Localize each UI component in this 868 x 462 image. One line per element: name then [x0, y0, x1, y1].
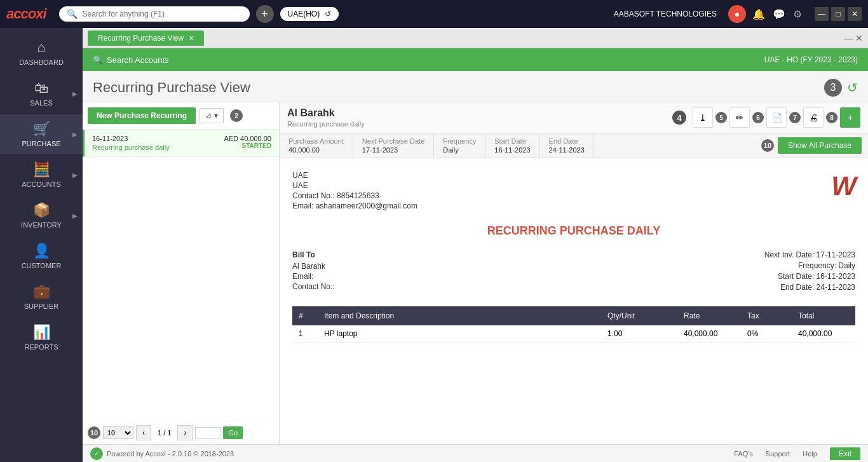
- sales-arrow: ▶: [72, 90, 78, 97]
- footer-logo: ✓ Powered by Accoxi - 2.0.10 © 2018-2023: [90, 447, 234, 460]
- list-item-name: Recurring purchase daily: [92, 144, 170, 151]
- show-all-purchase-button[interactable]: Show All Purchase: [778, 137, 862, 154]
- list-item[interactable]: 16-11-2023 AED 40,000.00 Recurring purch…: [83, 130, 279, 157]
- logo-text: accoxi: [6, 6, 46, 22]
- tab-label: Recurring Purchase View: [98, 34, 184, 43]
- add-button[interactable]: +: [256, 5, 274, 23]
- bill-to: Bill To Al Barahk Email: Contact No.:: [292, 250, 335, 294]
- col-total: Total: [792, 311, 855, 320]
- table-row: 1 HP laptop 1.00 40,000.00 0% 40,000.00: [292, 325, 855, 343]
- sidebar-item-reports[interactable]: 📊 REPORTS: [0, 318, 83, 357]
- tab-minimize-button[interactable]: —: [844, 33, 853, 43]
- action-badge-4: 4: [672, 111, 686, 125]
- prev-page-button[interactable]: ‹: [136, 425, 151, 440]
- avatar: ●: [728, 5, 746, 23]
- new-purchase-recurring-button[interactable]: New Purchase Recurring: [88, 107, 196, 124]
- page-info: 1 / 1: [154, 429, 175, 437]
- purchase-icon: 🛒: [33, 121, 50, 137]
- chat-icon[interactable]: 💬: [773, 8, 785, 20]
- badge-6: 6: [752, 112, 764, 123]
- col-item: Item and Description: [318, 311, 601, 320]
- sidebar-item-accounts[interactable]: 🧮 ACCOUNTS ▶: [0, 155, 83, 194]
- end-date-field: End Date 24-11-2023: [540, 133, 594, 158]
- filter-icon: ⊿: [205, 111, 212, 120]
- notifications-icon[interactable]: 🔔: [752, 8, 765, 20]
- col-tax: Tax: [741, 311, 792, 320]
- tab-close-icon[interactable]: ×: [189, 33, 194, 43]
- page-jump-input[interactable]: [195, 427, 220, 438]
- maximize-button[interactable]: □: [831, 7, 845, 21]
- doc-content: UAE UAE Contact No.: 8854125633 Email: a…: [280, 158, 868, 444]
- company-full-name: AABASOFT TECHNOLOGIES: [614, 10, 717, 18]
- sidebar-label-sales: SALES: [30, 99, 52, 107]
- sidebar-item-customer[interactable]: 👤 CUSTOMER: [0, 236, 83, 276]
- row-tax: 0%: [741, 329, 792, 338]
- col-qty: Qty/Unit: [601, 311, 677, 320]
- download-button[interactable]: ⤓: [693, 107, 713, 128]
- row-num: 1: [292, 329, 318, 338]
- dashboard-icon: ⌂: [37, 39, 45, 56]
- company-selector[interactable]: UAE(HO) ↺: [280, 7, 339, 21]
- col-rate: Rate: [677, 311, 741, 320]
- sidebar-label-customer: CUSTOMER: [22, 262, 62, 269]
- add-more-button[interactable]: +: [840, 107, 860, 128]
- badge-7: 7: [789, 112, 801, 123]
- footer-help[interactable]: Help: [803, 450, 817, 458]
- row-item: HP laptop: [318, 329, 601, 338]
- sidebar-label-purchase: PURCHASE: [22, 140, 60, 147]
- sidebar: ⌂ DASHBOARD 🛍 SALES ▶ 🛒 PURCHASE ▶ 🧮 ACC…: [0, 28, 83, 462]
- exit-button[interactable]: Exit: [830, 447, 860, 460]
- page-size-select[interactable]: 10 25 50: [103, 426, 133, 439]
- settings-icon[interactable]: ⚙: [793, 8, 802, 20]
- refresh-icon[interactable]: ↺: [325, 10, 331, 18]
- doc-logo: W: [831, 171, 855, 201]
- sidebar-label-accounts: ACCOUNTS: [22, 180, 61, 188]
- inventory-arrow: ▶: [72, 212, 78, 219]
- sidebar-item-supplier[interactable]: 💼 SUPPLIER: [0, 277, 83, 316]
- pdf-button[interactable]: 📄: [766, 107, 787, 128]
- go-button[interactable]: Go: [223, 426, 243, 439]
- sidebar-item-sales[interactable]: 🛍 SALES ▶: [0, 74, 83, 113]
- sidebar-item-dashboard[interactable]: ⌂ DASHBOARD: [0, 33, 83, 72]
- frequency-date: Frequency: Daily: [764, 261, 855, 270]
- start-date-doc: Start Date: 16-11-2023: [764, 272, 855, 281]
- powered-by: Powered by Accoxi - 2.0.10 © 2018-2023: [107, 450, 234, 458]
- page-refresh-icon[interactable]: ↺: [847, 80, 858, 95]
- bill-dates: Next Inv. Date: 17-11-2023 Frequency: Da…: [764, 250, 855, 294]
- bill-contact: Contact No.:: [292, 282, 335, 291]
- footer-support[interactable]: Support: [766, 450, 790, 458]
- search-accounts-icon: 🔍: [93, 55, 103, 65]
- end-date-label: End Date: [549, 137, 585, 145]
- next-date-value: 17-11-2023: [362, 146, 424, 154]
- vendor-info: Al Barahk Recurring purchase daily: [287, 107, 365, 128]
- edit-button[interactable]: ✏: [729, 107, 750, 128]
- doc-title: RECURRING PURCHASE DAILY: [292, 224, 855, 238]
- left-panel: New Purchase Recurring ⊿ ▾ 2 16-11-2023 …: [83, 102, 280, 444]
- print-button[interactable]: 🖨: [803, 107, 824, 128]
- tab-close-button[interactable]: ✕: [855, 33, 863, 43]
- frequency-value: Daily: [443, 146, 476, 154]
- bill-section: Bill To Al Barahk Email: Contact No.: Ne…: [292, 250, 855, 294]
- footer-faqs[interactable]: FAQ's: [734, 450, 753, 458]
- doc-header: UAE UAE Contact No.: 8854125633 Email: a…: [292, 171, 855, 212]
- search-bar[interactable]: 🔍: [59, 6, 250, 22]
- end-date-doc: End Date: 24-11-2023: [764, 283, 855, 292]
- row-qty: 1.00: [601, 329, 677, 338]
- supplier-icon: 💼: [33, 283, 50, 300]
- footer-bar: ✓ Powered by Accoxi - 2.0.10 © 2018-2023…: [83, 444, 868, 462]
- action-icons: 4 ⤓ 5 ✏ 6 📄 7 🖨 8 +: [672, 107, 860, 128]
- search-input[interactable]: [83, 10, 235, 18]
- customer-icon: 👤: [33, 243, 50, 259]
- next-page-button[interactable]: ›: [177, 425, 193, 440]
- search-accounts-label[interactable]: Search Accounts: [107, 55, 169, 65]
- filter-badge: 2: [230, 109, 243, 122]
- filter-button[interactable]: ⊿ ▾: [200, 108, 224, 123]
- sidebar-item-inventory[interactable]: 📦 INVENTORY ▶: [0, 196, 83, 235]
- sidebar-label-inventory: INVENTORY: [21, 221, 62, 229]
- sidebar-item-purchase[interactable]: 🛒 PURCHASE ▶: [0, 114, 83, 154]
- app-logo: accoxi: [6, 6, 46, 22]
- tab-recurring-purchase-view[interactable]: Recurring Purchase View ×: [88, 31, 204, 46]
- next-inv-date: Next Inv. Date: 17-11-2023: [764, 250, 855, 259]
- minimize-button[interactable]: —: [815, 7, 829, 21]
- close-button[interactable]: ✕: [848, 7, 862, 21]
